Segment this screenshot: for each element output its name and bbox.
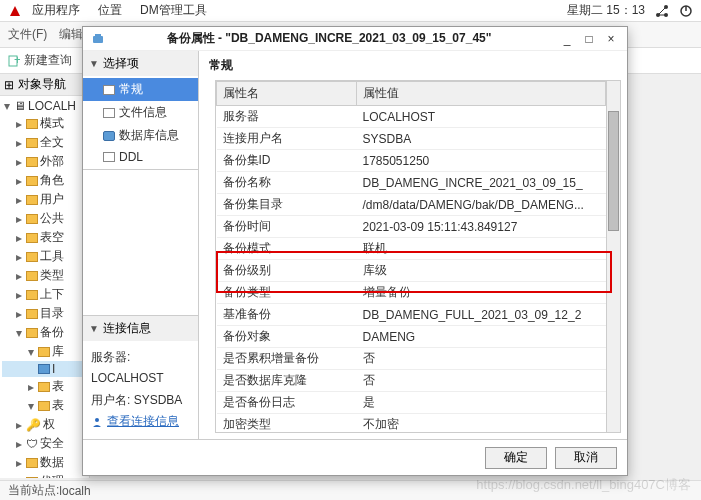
table-row[interactable]: 备份集目录/dm8/data/DAMENG/bak/DB_DAMENG... — [217, 194, 606, 216]
status-site-value: localh — [59, 484, 90, 498]
menu-dmtool[interactable]: DM管理工具 — [140, 2, 207, 19]
table-row[interactable]: 备份对象DAMENG — [217, 326, 606, 348]
new-query-label: 新建查询 — [24, 52, 72, 69]
tree-item-selected[interactable]: I — [2, 361, 87, 377]
table-row[interactable]: 备份名称DB_DAMENG_INCRE_2021_03_09_15_ — [217, 172, 606, 194]
table-row[interactable]: 是否备份日志是 — [217, 392, 606, 414]
network-icon[interactable] — [655, 4, 669, 18]
menu-edit[interactable]: 编辑 — [59, 26, 83, 43]
col-value[interactable]: 属性值 — [357, 82, 606, 106]
prop-name: 备份集ID — [217, 150, 357, 172]
svg-rect-9 — [93, 36, 103, 43]
tree-item[interactable]: ▸上下 — [2, 285, 87, 304]
prop-value: 增量备份 — [357, 282, 606, 304]
tree-item[interactable]: ▾表 — [2, 396, 87, 415]
table-row[interactable]: 服务器LOCALHOST — [217, 106, 606, 128]
cancel-button[interactable]: 取消 — [555, 447, 617, 469]
ok-button[interactable]: 确定 — [485, 447, 547, 469]
table-row[interactable]: 备份类型增量备份 — [217, 282, 606, 304]
sidebar-item-fileinfo[interactable]: 文件信息 — [83, 101, 198, 124]
table-row[interactable]: 备份模式联机 — [217, 238, 606, 260]
prop-value: DB_DAMENG_INCRE_2021_03_09_15_ — [357, 172, 606, 194]
table-row[interactable]: 备份时间2021-03-09 15:11:43.849127 — [217, 216, 606, 238]
table-row[interactable]: 是否数据库克隆否 — [217, 370, 606, 392]
conn-section-header[interactable]: ▼ 连接信息 — [83, 316, 198, 341]
tree-item[interactable]: ▸代理 — [2, 472, 87, 478]
tree-item[interactable]: ▸表空 — [2, 228, 87, 247]
prop-value: DAMENG — [357, 326, 606, 348]
prop-name: 是否备份日志 — [217, 392, 357, 414]
tree-item[interactable]: ▸🛡安全 — [2, 434, 87, 453]
table-row[interactable]: 加密类型不加密 — [217, 414, 606, 433]
svg-text:+: + — [14, 55, 20, 67]
tree-root[interactable]: ▾🖥LOCALH — [2, 98, 87, 114]
table-row[interactable]: 连接用户名SYSDBA — [217, 128, 606, 150]
dialog-titlebar[interactable]: 备份属性 - "DB_DAMENG_INCRE_2021_03_09_15_07… — [83, 27, 627, 51]
folder-icon — [26, 233, 38, 243]
dialog-content: 常规 属性名 属性值 服务器LOCALHOST连接用户名SYSDBA备份集ID1… — [199, 51, 627, 439]
prop-name: 加密类型 — [217, 414, 357, 433]
folder-icon — [26, 290, 38, 300]
menu-file[interactable]: 文件(F) — [8, 26, 47, 43]
menu-apps[interactable]: 应用程序 — [32, 2, 80, 19]
table-row[interactable]: 备份集ID1785051250 — [217, 150, 606, 172]
table-row[interactable]: 基准备份DB_DAMENG_FULL_2021_03_09_12_2 — [217, 304, 606, 326]
maximize-button[interactable]: □ — [581, 32, 597, 46]
sidebar-item-general[interactable]: 常规 — [83, 78, 198, 101]
vertical-scrollbar[interactable] — [606, 81, 620, 432]
tree-item[interactable]: ▸表 — [2, 377, 87, 396]
tree-backup[interactable]: ▾备份 — [2, 323, 87, 342]
tree-item[interactable]: ▾库 — [2, 342, 87, 361]
prop-value: 2021-03-09 15:11:43.849127 — [357, 216, 606, 238]
status-site-label: 当前站点: — [8, 482, 59, 499]
tree-item[interactable]: ▸工具 — [2, 247, 87, 266]
conn-header-label: 连接信息 — [103, 320, 151, 337]
new-query-button[interactable]: + 新建查询 — [8, 52, 72, 69]
table-row[interactable]: 是否累积增量备份否 — [217, 348, 606, 370]
power-icon[interactable] — [679, 4, 693, 18]
tree-item[interactable]: ▸全文 — [2, 133, 87, 152]
folder-icon — [26, 214, 38, 224]
shield-icon: 🛡 — [26, 437, 38, 451]
tree-item[interactable]: ▸目录 — [2, 304, 87, 323]
prop-name: 基准备份 — [217, 304, 357, 326]
folder-icon — [38, 382, 50, 392]
prop-value: LOCALHOST — [357, 106, 606, 128]
prop-value: 是 — [357, 392, 606, 414]
folder-icon — [26, 119, 38, 129]
folder-icon — [26, 176, 38, 186]
app-logo-icon — [8, 4, 22, 18]
scrollbar-thumb[interactable] — [608, 111, 619, 231]
property-table: 属性名 属性值 服务器LOCALHOST连接用户名SYSDBA备份集ID1785… — [216, 81, 606, 432]
tree-item[interactable]: ▸外部 — [2, 152, 87, 171]
menu-places[interactable]: 位置 — [98, 2, 122, 19]
close-button[interactable]: × — [603, 32, 619, 46]
tree-item[interactable]: ▸类型 — [2, 266, 87, 285]
sidebar-item-dbinfo[interactable]: 数据库信息 — [83, 124, 198, 147]
tree-item[interactable]: ▸公共 — [2, 209, 87, 228]
conn-view-link[interactable]: 查看连接信息 — [91, 411, 190, 433]
select-section-header[interactable]: ▼ 选择项 — [83, 51, 198, 76]
clock-text: 星期二 15：13 — [567, 2, 645, 19]
prop-name: 备份对象 — [217, 326, 357, 348]
conn-user: 用户名: SYSDBA — [91, 390, 190, 412]
prop-value: 不加密 — [357, 414, 606, 433]
sidebar-item-ddl[interactable]: DDL — [83, 147, 198, 167]
doc-icon — [103, 85, 115, 95]
prop-name: 连接用户名 — [217, 128, 357, 150]
dialog-icon — [91, 32, 105, 46]
col-name[interactable]: 属性名 — [217, 82, 357, 106]
folder-icon — [26, 328, 38, 338]
system-menubar: 应用程序 位置 DM管理工具 星期二 15：13 — [0, 0, 701, 22]
nav-panel-title: ⊞ 对象导航 — [0, 74, 89, 96]
minimize-button[interactable]: _ — [559, 32, 575, 46]
prop-name: 备份时间 — [217, 216, 357, 238]
tree-item[interactable]: ▸数据 — [2, 453, 87, 472]
table-row[interactable]: 备份级别库级 — [217, 260, 606, 282]
tree-item[interactable]: ▸模式 — [2, 114, 87, 133]
tree-item[interactable]: ▸🔑权 — [2, 415, 87, 434]
prop-value: 库级 — [357, 260, 606, 282]
tree-item[interactable]: ▸角色 — [2, 171, 87, 190]
tree-item[interactable]: ▸用户 — [2, 190, 87, 209]
content-title: 常规 — [199, 51, 627, 80]
